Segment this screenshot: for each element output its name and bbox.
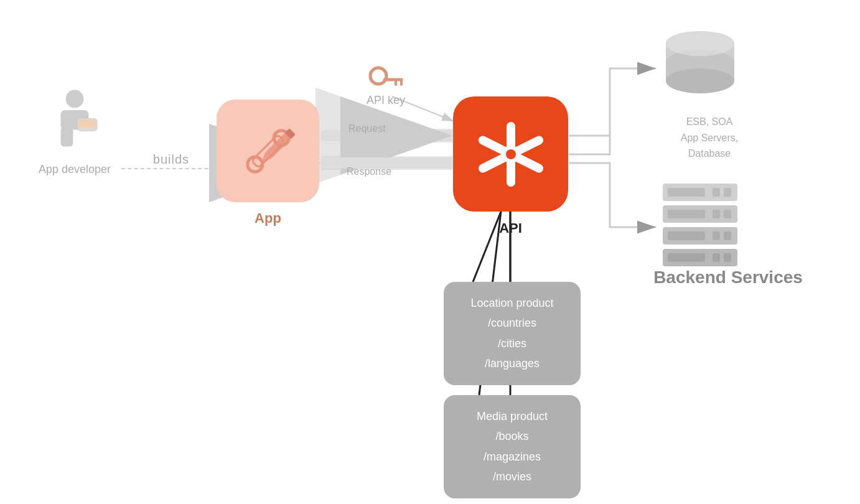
app-box bbox=[217, 100, 319, 202]
api-label: API bbox=[453, 220, 568, 236]
media-product-text: Media product /books /magazines /movies bbox=[461, 406, 563, 487]
svg-rect-52 bbox=[668, 253, 705, 262]
svg-rect-42 bbox=[724, 188, 731, 197]
api-key-area: API key bbox=[324, 62, 448, 107]
app-developer-label: App developer bbox=[39, 163, 111, 176]
person-icon bbox=[47, 87, 103, 158]
svg-point-24 bbox=[370, 68, 386, 84]
svg-point-32 bbox=[506, 149, 516, 159]
svg-rect-17 bbox=[78, 119, 96, 128]
svg-rect-48 bbox=[668, 231, 705, 240]
svg-rect-54 bbox=[724, 253, 731, 262]
request-label: Request bbox=[348, 123, 386, 134]
svg-rect-53 bbox=[713, 253, 720, 262]
response-label: Response bbox=[347, 166, 391, 177]
backend-services-label: Backend Services bbox=[647, 268, 809, 287]
media-product-box: Media product /books /magazines /movies bbox=[444, 395, 581, 498]
svg-rect-40 bbox=[668, 188, 705, 197]
svg-rect-50 bbox=[724, 231, 731, 240]
app-developer: App developer bbox=[25, 87, 124, 176]
svg-rect-41 bbox=[713, 188, 720, 197]
svg-rect-15 bbox=[61, 127, 73, 147]
apigee-icon bbox=[474, 117, 548, 192]
location-product-box: Location product /countries /cities /lan… bbox=[444, 282, 581, 385]
api-key-label: API key bbox=[367, 94, 405, 107]
svg-rect-46 bbox=[724, 210, 731, 218]
svg-point-38 bbox=[666, 31, 734, 56]
db-icon bbox=[657, 28, 744, 103]
svg-rect-45 bbox=[713, 210, 720, 218]
builds-label: builds bbox=[121, 152, 221, 169]
api-box bbox=[453, 96, 568, 212]
key-icon bbox=[367, 62, 404, 90]
tools-icon bbox=[237, 120, 299, 182]
svg-rect-44 bbox=[668, 210, 705, 218]
svg-rect-49 bbox=[713, 231, 720, 240]
location-product-text: Location product /countries /cities /lan… bbox=[461, 293, 563, 374]
svg-point-37 bbox=[666, 68, 734, 93]
svg-point-13 bbox=[66, 90, 84, 108]
diagram: App developer builds App bbox=[0, 0, 860, 504]
builds-container: builds bbox=[121, 152, 221, 169]
server-icon bbox=[657, 180, 744, 268]
esb-label: ESB, SOA App Servers, Database bbox=[647, 114, 772, 162]
app-label: App bbox=[217, 210, 319, 226]
